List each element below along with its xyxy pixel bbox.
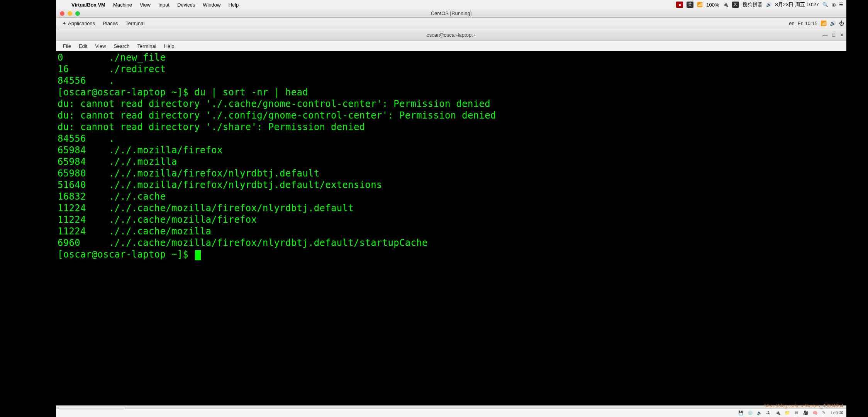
- gnome-lang-indicator[interactable]: en: [789, 20, 794, 26]
- indicator-dark-icon[interactable]: 英: [687, 2, 693, 8]
- menu-window[interactable]: Window: [199, 2, 224, 8]
- terminal-line: 16832 ././.cache: [58, 191, 845, 202]
- vm-window: CentOS [Running] ✦Applications Places Te…: [56, 9, 846, 417]
- terminal-line: 11224 ././.cache/mozilla/firefox/nlyrdbt…: [58, 202, 845, 214]
- gnome-applications-menu[interactable]: ✦Applications: [58, 20, 99, 26]
- applications-icon: ✦: [62, 20, 66, 26]
- vm-titlebar: CentOS [Running]: [56, 9, 846, 18]
- power-icon[interactable]: ⏻: [839, 20, 844, 26]
- gnome-topbar: ✦Applications Places Terminal en Fri 10:…: [56, 18, 846, 29]
- wifi-icon[interactable]: 📶: [697, 2, 703, 7]
- menu-input[interactable]: Input: [154, 2, 173, 8]
- terminal-window: oscar@oscar-laptop:~ — □ ✕ File Edit Vie…: [56, 29, 846, 405]
- menu-devices[interactable]: Devices: [173, 2, 199, 8]
- gnome-datetime[interactable]: Fri 10:15: [798, 20, 817, 26]
- vb-recording-icon[interactable]: 🎥: [803, 410, 809, 416]
- gnome-applications-label: Applications: [68, 20, 95, 26]
- terminal-line: 65984 ././.mozilla: [58, 156, 845, 168]
- sogou-icon[interactable]: S: [732, 2, 739, 8]
- terminal-prompt[interactable]: [oscar@oscar-laptop ~]$: [58, 249, 845, 260]
- terminal-output[interactable]: 0 ./new_file16 ./redirect84556 .[oscar@o…: [56, 51, 846, 405]
- terminal-titlebar: oscar@oscar-laptop:~ — □ ✕: [56, 29, 846, 41]
- vb-optical-icon[interactable]: 💿: [748, 410, 754, 416]
- battery-percent[interactable]: 100%: [706, 2, 719, 8]
- terminal-line: du: cannot read directory './share': Per…: [58, 121, 845, 133]
- terminal-menu-view[interactable]: View: [91, 43, 110, 49]
- gnome-active-app-label: Terminal: [125, 20, 144, 26]
- menu-view[interactable]: View: [136, 2, 154, 8]
- menu-help[interactable]: Help: [224, 2, 242, 8]
- ime-name[interactable]: 搜狗拼音: [743, 1, 763, 8]
- active-app-name[interactable]: VirtualBox VM: [68, 2, 109, 8]
- terminal-close-button[interactable]: ✕: [840, 32, 844, 38]
- vb-shared-folders-icon[interactable]: 📁: [785, 410, 791, 416]
- terminal-cursor: [195, 250, 201, 260]
- terminal-line: [oscar@oscar-laptop ~]$ du | sort -nr | …: [58, 86, 845, 98]
- terminal-title: oscar@oscar-laptop:~: [56, 32, 846, 38]
- terminal-line: 6960 ././.cache/mozilla/firefox/nlyrdbtj…: [58, 237, 845, 249]
- menu-machine[interactable]: Machine: [109, 2, 136, 8]
- terminal-minimize-button[interactable]: —: [822, 32, 827, 38]
- terminal-line: 51640 ././.mozilla/firefox/nlyrdbtj.defa…: [58, 179, 845, 191]
- vb-display-icon[interactable]: 🖥: [794, 410, 800, 416]
- battery-icon: 🔌: [723, 2, 729, 7]
- vb-host-key: Left ⌘: [831, 410, 843, 415]
- vb-network-icon[interactable]: 🖧: [766, 410, 772, 416]
- gnome-places-menu[interactable]: Places: [99, 20, 122, 26]
- terminal-line: du: cannot read directory './.cache/gnom…: [58, 98, 845, 110]
- terminal-line: 0 ./new_file: [58, 52, 845, 63]
- terminal-menu-file[interactable]: File: [59, 43, 75, 49]
- virtualbox-statusbar: 💾 💿 🔈 🖧 🔌 📁 🖥 🎥 🧠 🖱 Left ⌘: [56, 409, 846, 417]
- vb-mouse-icon[interactable]: 🖱: [822, 410, 828, 416]
- terminal-line: du: cannot read directory './.config/gno…: [58, 110, 845, 121]
- terminal-line: 84556 .: [58, 75, 845, 86]
- terminal-menu-help[interactable]: Help: [160, 43, 178, 49]
- terminal-maximize-button[interactable]: □: [832, 32, 835, 38]
- terminal-line: 16 ./redirect: [58, 63, 845, 75]
- vb-audio-icon[interactable]: 🔈: [757, 410, 763, 416]
- terminal-line: 11224 ././.cache/mozilla/firefox: [58, 214, 845, 225]
- siri-icon[interactable]: ◎: [832, 2, 836, 7]
- gnome-active-app[interactable]: Terminal: [122, 20, 148, 26]
- gnome-places-label: Places: [103, 20, 118, 26]
- vm-window-title: CentOS [Running]: [56, 10, 846, 16]
- watermark-text: https://blog.csdn.net/weixin_43684054: [765, 403, 843, 409]
- vb-cpu-icon[interactable]: 🧠: [812, 410, 819, 416]
- vb-usb-icon[interactable]: 🔌: [775, 410, 782, 416]
- terminal-menu-terminal[interactable]: Terminal: [134, 43, 160, 49]
- volume-icon[interactable]: 🔊: [830, 20, 836, 26]
- terminal-line: 84556 .: [58, 133, 845, 144]
- terminal-line: 65984 ././.mozilla/firefox: [58, 144, 845, 156]
- terminal-menubar: File Edit View Search Terminal Help: [56, 41, 846, 51]
- terminal-menu-edit[interactable]: Edit: [75, 43, 91, 49]
- mac-menubar: VirtualBox VM Machine View Input Devices…: [56, 0, 846, 9]
- terminal-line: 65980 ././.mozilla/firefox/nlyrdbtj.defa…: [58, 168, 845, 179]
- vb-hdd-icon[interactable]: 💾: [738, 410, 744, 416]
- spotlight-icon[interactable]: 🔍: [822, 2, 828, 7]
- volume-icon[interactable]: 🔊: [766, 2, 772, 7]
- terminal-menu-search[interactable]: Search: [110, 43, 133, 49]
- indicator-red-icon[interactable]: ■: [676, 2, 683, 8]
- network-icon[interactable]: 📶: [821, 20, 827, 26]
- terminal-line: 11224 ././.cache/mozilla: [58, 225, 845, 237]
- mac-date-time[interactable]: 8月23日 周五 10:27: [775, 1, 819, 8]
- notification-center-icon[interactable]: ☰: [839, 2, 843, 7]
